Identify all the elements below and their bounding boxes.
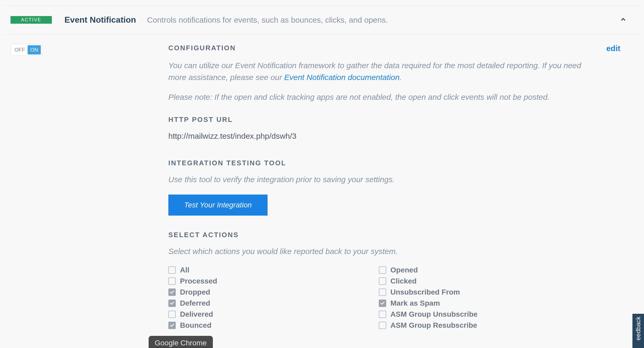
panel-body: OFF ON CONFIGURATION edit You can utiliz… — [3, 34, 641, 330]
testing-tool-title: INTEGRATION TESTING TOOL — [168, 159, 620, 167]
checkbox-row: Bounced — [168, 321, 379, 330]
checkbox[interactable] — [379, 277, 386, 285]
checkbox-row: Deferred — [168, 299, 379, 307]
checkbox-row: ASM Group Resubscribe — [379, 321, 589, 330]
select-actions-title: SELECT ACTIONS — [168, 231, 620, 239]
documentation-link[interactable]: Event Notification documentation — [284, 73, 400, 82]
checkbox-label: Delivered — [180, 310, 213, 319]
toggle-off[interactable]: OFF — [12, 45, 28, 54]
status-badge: ACTIVE — [11, 16, 52, 24]
checkbox-label: Unsubscribed From — [390, 288, 460, 296]
checkbox[interactable] — [379, 300, 386, 307]
checkbox[interactable] — [379, 311, 386, 318]
checkbox-label: Processed — [180, 277, 217, 285]
configuration-note: Please note: If the open and click track… — [168, 91, 620, 103]
checkbox-label: ASM Group Unsubscribe — [390, 310, 477, 319]
config-desc-end: . — [400, 73, 402, 82]
test-integration-button[interactable]: Test Your Integration — [168, 195, 268, 216]
checkbox-label: All — [180, 266, 189, 274]
checkbox[interactable] — [168, 266, 176, 274]
checkbox-row: ASM Group Unsubscribe — [379, 310, 589, 319]
configuration-description: You can utilize our Event Notification f… — [168, 59, 584, 83]
checkbox-row: Processed — [168, 277, 379, 285]
checkbox-row: Clicked — [379, 277, 589, 285]
feedback-tab[interactable]: eedback — [632, 314, 644, 348]
right-column: CONFIGURATION edit You can utilize our E… — [168, 44, 641, 330]
http-post-url-value: http://mailwizz.test/index.php/dswh/3 — [168, 132, 620, 141]
checkbox-column-right: OpenedClickedUnsubscribed FromMark as Sp… — [379, 266, 589, 330]
checkbox-row: Opened — [379, 266, 589, 274]
checkbox-label: Opened — [390, 266, 418, 274]
checkbox[interactable] — [168, 289, 176, 296]
checkbox[interactable] — [168, 277, 176, 285]
checkbox[interactable] — [379, 322, 386, 329]
left-column: OFF ON — [3, 44, 168, 330]
edit-link[interactable]: edit — [606, 44, 620, 53]
checkbox-label: Clicked — [390, 277, 417, 285]
checkbox-row: Dropped — [168, 288, 379, 296]
actions-checkbox-grid: AllProcessedDroppedDeferredDeliveredBoun… — [168, 266, 620, 330]
select-actions-description: Select which actions you would like repo… — [168, 247, 620, 256]
checkbox-row: Unsubscribed From — [379, 288, 589, 296]
chrome-tooltip: Google Chrome — [149, 336, 213, 348]
on-off-toggle[interactable]: OFF ON — [11, 44, 42, 56]
chevron-up-icon[interactable] — [620, 16, 627, 24]
checkbox[interactable] — [168, 311, 176, 318]
checkbox[interactable] — [379, 289, 386, 296]
panel-title: Event Notification — [64, 15, 136, 25]
checkbox-label: Deferred — [180, 299, 210, 307]
panel-header: ACTIVE Event Notification Controls notif… — [3, 6, 641, 34]
checkbox[interactable] — [379, 266, 386, 274]
checkbox-label: Bounced — [180, 321, 212, 330]
checkbox-label: ASM Group Resubscribe — [390, 321, 477, 330]
checkbox-row: Mark as Spam — [379, 299, 589, 307]
checkbox-label: Mark as Spam — [390, 299, 440, 307]
checkbox-label: Dropped — [180, 288, 210, 296]
checkbox-row: All — [168, 266, 379, 274]
testing-tool-description: Use this tool to verify the integration … — [168, 175, 620, 184]
checkbox[interactable] — [168, 322, 176, 329]
checkbox[interactable] — [168, 300, 176, 307]
checkbox-column-left: AllProcessedDroppedDeferredDeliveredBoun… — [168, 266, 379, 330]
event-notification-panel: ACTIVE Event Notification Controls notif… — [3, 5, 641, 330]
http-post-url-title: HTTP POST URL — [168, 116, 620, 124]
toggle-on[interactable]: ON — [28, 45, 41, 54]
panel-description: Controls notifications for events, such … — [147, 16, 388, 24]
configuration-title: CONFIGURATION — [168, 44, 236, 52]
checkbox-row: Delivered — [168, 310, 379, 319]
